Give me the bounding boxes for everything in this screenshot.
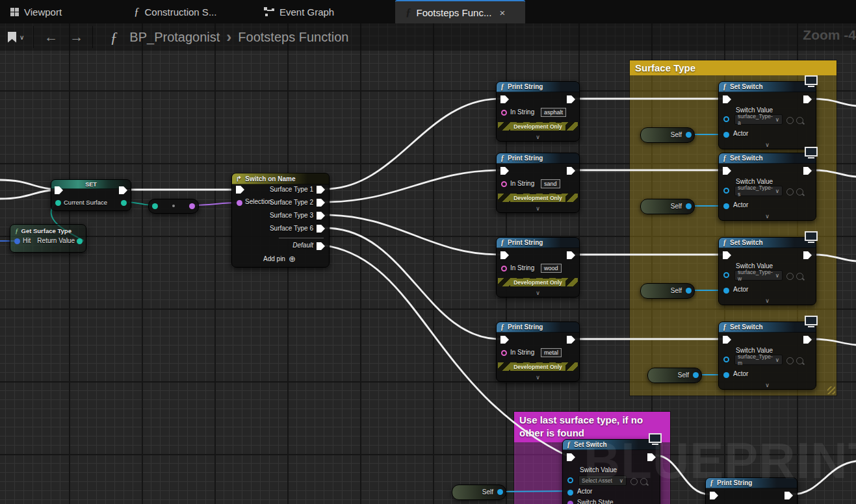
browse-icon[interactable] [796,117,803,124]
in-string-pin[interactable] [501,350,507,356]
bookmark-button[interactable]: ∨ [8,32,24,43]
collapse-chevron-icon[interactable]: ∨ [719,142,816,149]
exec-out-pin[interactable] [567,95,575,103]
use-selected-icon[interactable] [786,273,794,280]
exec-out-pin-surface1[interactable] [317,186,325,194]
exec-out-pin-surface2[interactable] [317,199,325,207]
use-selected-icon[interactable] [630,478,638,485]
switch-value-dropdown[interactable]: surface_Type-w∨ [734,270,783,281]
collapse-chevron-icon[interactable]: ∨ [719,382,816,389]
switch-state-pin[interactable] [567,501,573,504]
actor-pin[interactable] [567,490,573,496]
node-conversion-to-name[interactable] [148,199,199,214]
in-string-pin[interactable] [501,181,507,187]
collapse-chevron-icon[interactable]: ∨ [497,205,579,212]
exec-out-pin[interactable] [785,492,793,499]
comment-title[interactable]: Use last surface type, if no other is fo… [514,412,670,442]
node-self-1[interactable]: Self [640,127,695,143]
tab-event-graph[interactable]: Event Graph [253,0,364,23]
switch-value-pin[interactable] [723,272,729,278]
actor-pin[interactable] [723,203,729,209]
exec-in-pin[interactable] [567,453,575,461]
breadcrumb-current[interactable]: Footsteps Function [238,30,348,45]
collapse-chevron-icon[interactable]: ∨ [497,134,579,141]
string-value-field[interactable]: wood [541,264,562,273]
exec-in-pin[interactable] [723,167,731,175]
switch-value-dropdown[interactable]: surface_Type-s∨ [734,186,783,196]
tab-viewport[interactable]: Viewport [0,0,123,23]
exec-out-pin-surface3[interactable] [317,212,325,220]
actor-pin[interactable] [723,288,729,294]
switch-value-dropdown[interactable]: surface_Type-m∨ [734,355,783,365]
node-set-switch-2[interactable]: ƒSet Switch Switch Value surface_Type-s∨… [718,153,816,221]
node-set-switch-fallback[interactable]: ƒSet Switch Switch Value Select Asset∨ A… [562,439,660,504]
exec-in-pin[interactable] [500,336,509,344]
self-out-pin[interactable] [686,288,692,294]
exec-in-pin[interactable] [500,95,509,103]
use-selected-icon[interactable] [786,188,794,195]
actor-pin[interactable] [723,132,729,138]
tab-construction-script[interactable]: ƒ Construction S... [123,0,253,23]
node-print-string-sand[interactable]: ƒPrint String In String sand Development… [496,153,580,213]
node-print-string-asphalt[interactable]: ƒPrint String In String asphalt Developm… [496,81,580,142]
node-self-3[interactable]: Self [640,283,695,299]
self-out-pin[interactable] [686,132,692,138]
exec-out-pin[interactable] [803,336,812,344]
name-out-pin[interactable] [189,203,195,209]
node-set-switch-1[interactable]: ƒSet Switch Switch Value surface_Type-a∨… [718,81,816,149]
node-switch-on-name[interactable]: ↱ Switch on Name Selection Surface Type … [231,173,330,268]
actor-pin[interactable] [723,372,729,378]
browse-icon[interactable] [796,357,803,364]
tab-footsteps-function[interactable]: ƒ Footsteps Func... × [395,0,525,23]
in-string-pin[interactable] [501,110,507,116]
exec-out-pin[interactable] [803,251,812,259]
node-self-5[interactable]: Self [452,485,506,500]
node-print-string-metal[interactable]: ƒPrint String In String metal Developmen… [496,321,580,382]
surfacetype-in-pin[interactable] [55,200,61,206]
surfacetype-out-pin[interactable] [121,200,127,206]
forward-button[interactable]: → [70,31,83,44]
switch-value-dropdown[interactable]: Select Asset∨ [578,475,627,486]
collapse-chevron-icon[interactable]: ∨ [719,297,816,305]
string-value-field[interactable]: asphalt [541,108,566,117]
node-get-surface-type[interactable]: ƒ Get Surface Type Hit Return Value [10,224,86,253]
switch-value-pin[interactable] [723,188,729,194]
collapse-chevron-icon[interactable]: ∨ [497,290,579,297]
collapse-chevron-icon[interactable]: ∨ [497,374,579,381]
exec-in-pin[interactable] [723,336,731,344]
node-print-string-wood[interactable]: ƒPrint String In String wood Development… [496,237,580,297]
exec-in-pin[interactable] [710,492,718,499]
hit-in-pin[interactable] [14,238,20,244]
selection-pin[interactable] [237,200,242,206]
string-value-field[interactable]: sand [541,179,560,188]
node-self-4[interactable]: Self [647,368,702,383]
exec-in-pin[interactable] [723,251,731,259]
node-self-2[interactable]: Self [640,199,695,214]
use-selected-icon[interactable] [786,117,794,124]
browse-icon[interactable] [796,188,803,195]
use-selected-icon[interactable] [786,357,794,364]
node-set-switch-3[interactable]: ƒSet Switch Switch Value surface_Type-w∨… [718,237,816,305]
breadcrumb-root[interactable]: BP_Protagonist [129,30,220,45]
exec-out-pin[interactable] [567,251,575,259]
switch-value-pin[interactable] [567,477,573,483]
exec-in-pin[interactable] [500,251,509,259]
exec-out-pin[interactable] [803,95,812,103]
return-value-pin[interactable] [77,238,83,244]
self-out-pin[interactable] [693,372,699,378]
surfacetype-in-pin[interactable] [152,203,158,209]
string-value-field[interactable]: metal [541,348,562,357]
switch-value-pin[interactable] [723,116,729,122]
exec-out-pin-default[interactable] [317,242,325,250]
self-out-pin[interactable] [497,489,503,495]
switch-value-pin[interactable] [723,357,729,362]
exec-out-pin[interactable] [567,167,575,175]
browse-icon[interactable] [640,478,647,485]
exec-out-pin[interactable] [567,336,575,344]
collapse-chevron-icon[interactable]: ∨ [719,213,816,220]
close-icon[interactable]: × [499,7,505,18]
exec-out-pin[interactable] [647,453,656,461]
exec-out-pin[interactable] [803,167,812,175]
exec-in-pin[interactable] [236,186,244,194]
add-pin-button[interactable]: Add pin ⊕ [263,254,296,264]
